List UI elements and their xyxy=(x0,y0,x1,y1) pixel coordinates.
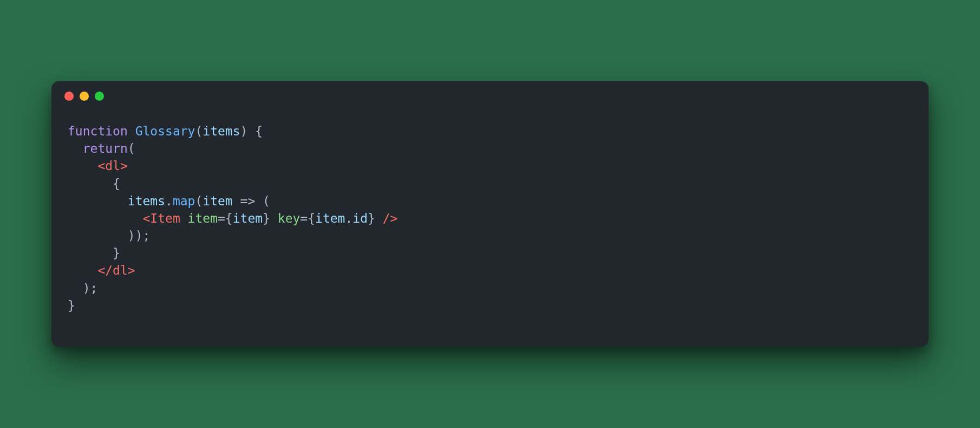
method-map: map xyxy=(173,194,195,208)
param-item: item xyxy=(202,194,232,208)
close-icon[interactable] xyxy=(64,92,74,101)
keyword-return: return xyxy=(83,141,128,155)
code-window: function Glossary(items) { return( <dl> … xyxy=(51,81,929,347)
keyword-function: function xyxy=(68,124,128,138)
jsx-component-item: Item xyxy=(150,211,180,225)
minimize-icon[interactable] xyxy=(80,92,89,101)
jsx-attr-item: item xyxy=(188,211,218,225)
jsx-tag-dl-open: <dl> xyxy=(97,159,127,173)
jsx-attr-key: key xyxy=(278,211,300,225)
param-items: items xyxy=(202,124,240,138)
function-name: Glossary xyxy=(135,124,195,138)
jsx-tag-dl-close: </dl> xyxy=(97,263,135,277)
maximize-icon[interactable] xyxy=(95,92,104,101)
var-items: items xyxy=(128,194,165,208)
window-titlebar xyxy=(51,81,929,112)
code-block: function Glossary(items) { return( <dl> … xyxy=(51,112,929,314)
